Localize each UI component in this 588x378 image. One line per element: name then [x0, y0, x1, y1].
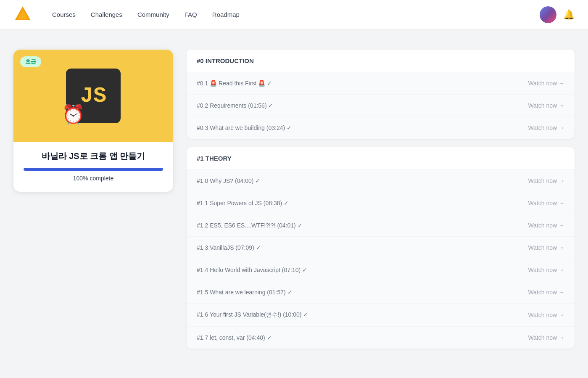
lesson-row-1.4: #1.4 Hello World with Javascript (07:10)… — [187, 259, 575, 281]
navbar: CoursesChallengesCommunityFAQRoadmap 🔔 — [0, 0, 588, 29]
course-title: 바닐라 JS로 크롬 앱 만들기 — [24, 151, 163, 162]
lesson-label-1.6: #1.6 Your first JS Variable(변수!) (10:00)… — [197, 311, 308, 319]
nav-links: CoursesChallengesCommunityFAQRoadmap — [52, 11, 540, 18]
watch-now-1.6[interactable]: Watch now → — [528, 312, 564, 318]
lesson-label-1.4: #1.4 Hello World with Javascript (07:10)… — [197, 267, 307, 273]
watch-now-1.3[interactable]: Watch now → — [528, 244, 564, 251]
clock-emoji: ⏰ — [62, 103, 85, 125]
lesson-row-1.6: #1.6 Your first JS Variable(변수!) (10:00)… — [187, 304, 575, 327]
watch-now-1.7[interactable]: Watch now → — [528, 334, 564, 341]
bell-icon[interactable]: 🔔 — [563, 9, 575, 20]
course-badge: 초급 — [20, 56, 41, 67]
progress-bar-fill — [24, 168, 163, 171]
lesson-row-0.3: #0.3 What are we building (03:24) ✓Watch… — [187, 117, 575, 139]
section-theory: #1 THEORY#1.0 Why JS? (04:00) ✓Watch now… — [187, 147, 575, 349]
section-header-intro: #0 INTRODUCTION — [187, 50, 575, 72]
lesson-row-1.7: #1.7 let, const, var (04:40) ✓Watch now … — [187, 327, 575, 349]
lesson-label-0.3: #0.3 What are we building (03:24) ✓ — [197, 124, 292, 131]
lesson-row-1.1: #1.1 Super Powers of JS (08:38) ✓Watch n… — [187, 192, 575, 214]
lesson-label-0.1: #0.1 🚨 Read this First 🚨 ✓ — [197, 80, 272, 87]
nav-link-roadmap[interactable]: Roadmap — [212, 11, 240, 18]
lesson-label-0.2: #0.2 Requirements (01:56) ✓ — [197, 102, 273, 109]
watch-now-1.4[interactable]: Watch now → — [528, 267, 564, 273]
watch-now-0.1[interactable]: Watch now → — [528, 80, 564, 87]
watch-now-0.3[interactable]: Watch now → — [528, 124, 564, 131]
lesson-row-1.0: #1.0 Why JS? (04:00) ✓Watch now → — [187, 170, 575, 192]
watch-now-0.2[interactable]: Watch now → — [528, 102, 564, 109]
nav-link-courses[interactable]: Courses — [52, 11, 76, 18]
lesson-label-1.0: #1.0 Why JS? (04:00) ✓ — [197, 177, 260, 184]
watch-now-1.5[interactable]: Watch now → — [528, 289, 564, 296]
lesson-row-1.2: #1.2 ES5, ES6 ES....WTF!?!?! (04:01) ✓Wa… — [187, 214, 575, 237]
nav-link-community[interactable]: Community — [137, 11, 169, 18]
lesson-label-1.3: #1.3 VanillaJS (07:09) ✓ — [197, 244, 261, 251]
lesson-label-1.5: #1.5 What are we learning (01:57) ✓ — [197, 289, 293, 296]
course-card-body: 바닐라 JS로 크롬 앱 만들기 100% complete — [13, 142, 173, 192]
js-icon-container: ⏰ JS — [66, 69, 121, 123]
nav-link-challenges[interactable]: Challenges — [91, 11, 122, 18]
course-card: 초급 ⏰ JS 바닐라 JS로 크롬 앱 만들기 100% complete — [13, 50, 173, 192]
course-list: #0 INTRODUCTION#0.1 🚨 Read this First 🚨 … — [187, 50, 575, 349]
nav-right: 🔔 — [540, 6, 575, 23]
nav-link-faq[interactable]: FAQ — [185, 11, 197, 18]
lesson-row-0.1: #0.1 🚨 Read this First 🚨 ✓Watch now → — [187, 72, 575, 95]
logo[interactable] — [13, 5, 32, 25]
progress-bar-container — [24, 168, 163, 171]
watch-now-1.1[interactable]: Watch now → — [528, 200, 564, 206]
lesson-label-1.1: #1.1 Super Powers of JS (08:38) ✓ — [197, 200, 289, 206]
lesson-row-1.5: #1.5 What are we learning (01:57) ✓Watch… — [187, 281, 575, 304]
lesson-label-1.2: #1.2 ES5, ES6 ES....WTF!?!?! (04:01) ✓ — [197, 222, 303, 229]
watch-now-1.2[interactable]: Watch now → — [528, 222, 564, 229]
watch-now-1.0[interactable]: Watch now → — [528, 177, 564, 184]
progress-label: 100% complete — [24, 175, 163, 182]
main-content: 초급 ⏰ JS 바닐라 JS로 크롬 앱 만들기 100% complete #… — [0, 29, 588, 369]
section-header-theory: #1 THEORY — [187, 147, 575, 170]
course-card-image: 초급 ⏰ JS — [13, 50, 173, 142]
avatar[interactable] — [540, 6, 556, 23]
lesson-row-0.2: #0.2 Requirements (01:56) ✓Watch now → — [187, 95, 575, 117]
lesson-row-1.3: #1.3 VanillaJS (07:09) ✓Watch now → — [187, 237, 575, 259]
section-intro: #0 INTRODUCTION#0.1 🚨 Read this First 🚨 … — [187, 50, 575, 139]
lesson-label-1.7: #1.7 let, const, var (04:40) ✓ — [197, 334, 272, 341]
